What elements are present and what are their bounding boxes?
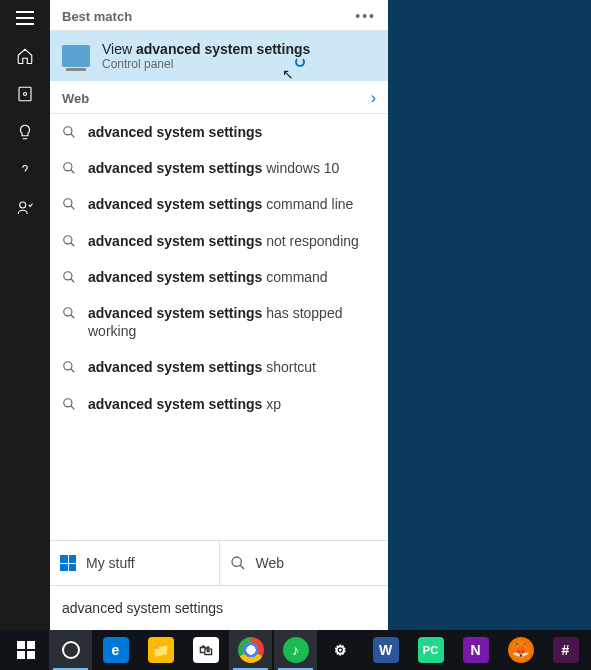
slack-icon: # xyxy=(553,637,579,663)
svg-point-5 xyxy=(64,163,72,171)
taskbar-firefox[interactable]: 🦊 xyxy=(499,630,542,670)
help-icon[interactable] xyxy=(15,160,35,180)
search-icon xyxy=(230,555,246,571)
taskbar-store[interactable]: 🛍 xyxy=(184,630,227,670)
home-icon[interactable] xyxy=(15,46,35,66)
suggestion-item[interactable]: advanced system settings xp xyxy=(50,386,388,422)
svg-point-11 xyxy=(64,272,72,280)
web-header[interactable]: Web › xyxy=(50,81,388,114)
svg-point-13 xyxy=(64,308,72,316)
svg-line-20 xyxy=(240,565,244,569)
cortana-sidebar xyxy=(0,0,50,630)
folder-icon: 📁 xyxy=(148,637,174,663)
svg-point-3 xyxy=(64,127,72,135)
taskbar-pycharm[interactable]: PC xyxy=(409,630,452,670)
svg-point-19 xyxy=(232,557,241,566)
filter-web-label: Web xyxy=(256,555,285,571)
suggestion-text: advanced system settings windows 10 xyxy=(88,159,339,177)
suggestion-text: advanced system settings command xyxy=(88,268,328,286)
taskbar-slack[interactable]: # xyxy=(544,630,587,670)
windows-logo-icon xyxy=(60,555,76,571)
best-match-result[interactable]: View advanced system settings Control pa… xyxy=(50,31,388,81)
suggestion-text: advanced system settings xyxy=(88,123,262,141)
taskbar-spotify[interactable]: ♪ xyxy=(274,630,317,670)
system-settings-icon xyxy=(62,45,90,67)
search-icon xyxy=(62,197,76,211)
suggestion-item[interactable]: advanced system settings command line xyxy=(50,186,388,222)
pycharm-icon: PC xyxy=(418,637,444,663)
gear-icon: ⚙ xyxy=(328,637,354,663)
svg-line-6 xyxy=(71,170,75,174)
suggestions-list: advanced system settings advanced system… xyxy=(50,114,388,540)
suggestion-item[interactable]: advanced system settings has stopped wor… xyxy=(50,295,388,349)
filter-my-stuff[interactable]: My stuff xyxy=(50,541,220,585)
loading-spinner-icon xyxy=(295,57,305,67)
firefox-icon: 🦊 xyxy=(508,637,534,663)
svg-rect-0 xyxy=(19,87,31,101)
suggestion-text: advanced system settings shortcut xyxy=(88,358,316,376)
notebook-icon[interactable] xyxy=(15,84,35,104)
suggestion-item[interactable]: advanced system settings shortcut xyxy=(50,349,388,385)
more-icon[interactable]: ••• xyxy=(355,8,376,24)
search-icon xyxy=(62,360,76,374)
taskbar-file-explorer[interactable]: 📁 xyxy=(139,630,182,670)
cursor-icon: ↖ xyxy=(282,66,294,82)
svg-point-1 xyxy=(24,93,27,96)
start-button[interactable] xyxy=(4,630,47,670)
best-match-subtitle: Control panel xyxy=(102,57,310,71)
edge-icon: e xyxy=(103,637,129,663)
svg-line-8 xyxy=(71,206,75,210)
svg-point-7 xyxy=(64,199,72,207)
filter-my-stuff-label: My stuff xyxy=(86,555,135,571)
store-icon: 🛍 xyxy=(193,637,219,663)
best-match-header: Best match ••• xyxy=(50,0,388,31)
search-icon xyxy=(62,234,76,248)
spotify-icon: ♪ xyxy=(283,637,309,663)
suggestion-item[interactable]: advanced system settings windows 10 xyxy=(50,150,388,186)
search-icon xyxy=(62,270,76,284)
svg-point-2 xyxy=(20,202,26,208)
feedback-icon[interactable] xyxy=(15,198,35,218)
filter-web[interactable]: Web xyxy=(220,541,389,585)
search-icon xyxy=(62,397,76,411)
svg-line-14 xyxy=(71,315,75,319)
word-icon: W xyxy=(373,637,399,663)
web-label: Web xyxy=(62,91,89,106)
svg-line-12 xyxy=(71,279,75,283)
suggestion-text: advanced system settings command line xyxy=(88,195,353,213)
filter-row: My stuff Web xyxy=(50,540,388,585)
chevron-right-icon: › xyxy=(371,89,376,107)
lightbulb-icon[interactable] xyxy=(15,122,35,142)
search-input[interactable]: advanced system settings xyxy=(50,585,388,630)
search-panel: Best match ••• View advanced system sett… xyxy=(50,0,388,630)
taskbar-settings[interactable]: ⚙ xyxy=(319,630,362,670)
suggestion-text: advanced system settings xp xyxy=(88,395,281,413)
suggestion-text: advanced system settings has stopped wor… xyxy=(88,304,376,340)
search-icon xyxy=(62,306,76,320)
suggestion-item[interactable]: advanced system settings not responding xyxy=(50,223,388,259)
cortana-button[interactable] xyxy=(49,630,92,670)
svg-line-18 xyxy=(71,405,75,409)
suggestion-item[interactable]: advanced system settings command xyxy=(50,259,388,295)
best-match-label: Best match xyxy=(62,9,132,24)
onenote-icon: N xyxy=(463,637,489,663)
suggestion-item[interactable]: advanced system settings xyxy=(50,114,388,150)
svg-line-10 xyxy=(71,242,75,246)
taskbar-chrome[interactable] xyxy=(229,630,272,670)
taskbar-word[interactable]: W xyxy=(364,630,407,670)
svg-point-15 xyxy=(64,362,72,370)
svg-line-16 xyxy=(71,369,75,373)
best-match-title: View advanced system settings xyxy=(102,41,310,57)
search-icon xyxy=(62,125,76,139)
chrome-icon xyxy=(238,637,264,663)
taskbar-edge[interactable]: e xyxy=(94,630,137,670)
suggestion-text: advanced system settings not responding xyxy=(88,232,359,250)
taskbar-onenote[interactable]: N xyxy=(454,630,497,670)
svg-point-17 xyxy=(64,398,72,406)
svg-point-9 xyxy=(64,235,72,243)
taskbar: e 📁 🛍 ♪ ⚙ W PC N 🦊 # xyxy=(0,630,591,670)
search-icon xyxy=(62,161,76,175)
svg-line-4 xyxy=(71,134,75,138)
menu-icon[interactable] xyxy=(15,8,35,28)
